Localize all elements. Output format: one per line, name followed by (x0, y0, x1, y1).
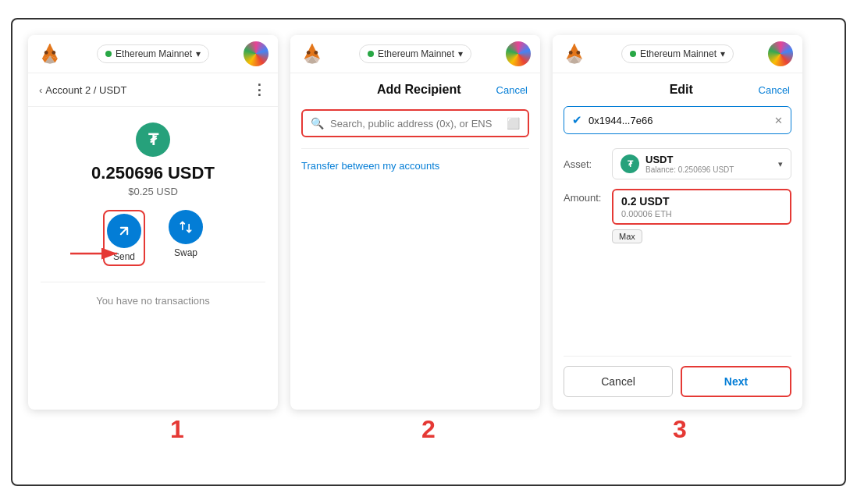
chevron-down-icon-2: ▾ (458, 48, 463, 59)
breadcrumb-text-1: Account 2 / USDT (45, 84, 126, 96)
p1-main: ₮ 0.250696 USDT $0.25 USD Send (28, 107, 278, 322)
asset-row: Asset: ₮ USDT Balance: 0.250696 USDT ▾ (553, 144, 802, 184)
p3-header: Edit Cancel (553, 73, 802, 103)
svg-point-16 (307, 51, 311, 55)
p3-spacer (553, 248, 802, 356)
p1-divider (41, 282, 265, 282)
search-input-2[interactable] (330, 118, 500, 130)
amount-group: 0.2 USDT 0.00006 ETH Max (612, 189, 791, 243)
network-label-3: Ethereum Mainnet (640, 48, 717, 59)
avatar-2[interactable] (506, 41, 531, 66)
transfer-link[interactable]: Transfer between my accounts (290, 149, 540, 183)
mm-header-3: Ethereum Mainnet ▾ (553, 35, 802, 73)
token-icon-1: ₮ (136, 122, 170, 157)
p3-title: Edit (604, 83, 759, 97)
network-selector-1[interactable]: Ethereum Mainnet ▾ (97, 44, 209, 63)
check-icon: ✔ (572, 113, 582, 127)
amount-value: 0.2 USDT (621, 195, 782, 208)
next-button[interactable]: Next (681, 366, 791, 397)
panel-3: Ethereum Mainnet ▾ Edit Cancel ✔ 0x1944.… (553, 35, 802, 410)
network-label-1: Ethereum Mainnet (116, 48, 192, 59)
p3-cancel-top[interactable]: Cancel (759, 84, 790, 96)
svg-point-17 (314, 51, 318, 55)
p2-title: Add Recipient (342, 83, 496, 97)
breadcrumb-left-1[interactable]: ‹ Account 2 / USDT (39, 84, 126, 96)
network-dot-2 (368, 51, 374, 57)
address-row: ✔ 0x1944...7e66 ✕ (564, 106, 791, 134)
step-1-label: 1 (170, 415, 184, 444)
p2-cancel[interactable]: Cancel (496, 84, 528, 96)
mm-header-1: Ethereum Mainnet ▾ (28, 35, 278, 73)
search-icon-2: 🔍 (311, 117, 324, 130)
step-3-label: 3 (673, 415, 687, 444)
step-numbers: 1 2 3 (28, 415, 829, 444)
asset-balance: Balance: 0.250696 USDT (645, 165, 734, 174)
send-circle (107, 214, 141, 248)
p3-divider (564, 356, 791, 357)
max-button[interactable]: Max (612, 229, 642, 243)
metamask-logo-2 (300, 41, 325, 66)
network-dot-1 (105, 51, 112, 57)
metamask-logo-1 (37, 41, 62, 66)
mm-header-2: Ethereum Mainnet ▾ (290, 35, 540, 73)
amount-box: 0.2 USDT 0.00006 ETH (612, 189, 791, 225)
svg-point-8 (52, 51, 55, 55)
balance-1: 0.250696 USDT (91, 163, 215, 183)
arrow-1 (69, 244, 123, 263)
chevron-down-icon-3: ▾ (720, 48, 725, 59)
search-wrap: 🔍 ⬜ (301, 109, 529, 137)
swap-icon (178, 219, 194, 235)
avatar-1[interactable] (244, 41, 268, 66)
cancel-button-3[interactable]: Cancel (564, 366, 673, 397)
p3-btn-row: Cancel Next (553, 366, 802, 410)
panels-row: Ethereum Mainnet ▾ ‹ Account 2 / USDT ⋮ … (28, 35, 829, 456)
asset-name: USDT (645, 154, 734, 165)
scan-icon[interactable]: ⬜ (507, 117, 520, 130)
asset-info: USDT Balance: 0.250696 USDT (645, 154, 734, 174)
address-text: 0x1944...7e66 (589, 115, 768, 126)
panel-1: Ethereum Mainnet ▾ ‹ Account 2 / USDT ⋮ … (28, 35, 278, 410)
step-2-label: 2 (421, 415, 436, 444)
close-icon-3[interactable]: ✕ (774, 115, 783, 126)
usdt-icon: ₮ (621, 154, 639, 173)
network-selector-3[interactable]: Ethereum Mainnet ▾ (621, 44, 734, 63)
amount-row: Amount: 0.2 USDT 0.00006 ETH Max (553, 184, 802, 248)
asset-selector[interactable]: ₮ USDT Balance: 0.250696 USDT ▾ (612, 148, 791, 179)
network-dot-3 (630, 51, 636, 57)
network-label-2: Ethereum Mainnet (378, 48, 454, 59)
p2-header: Add Recipient Cancel (290, 73, 540, 103)
send-icon (116, 223, 132, 239)
outer-border: Ethereum Mainnet ▾ ‹ Account 2 / USDT ⋮ … (11, 18, 846, 486)
asset-label: Asset: (564, 158, 604, 170)
no-transactions-text: You have no transactions (96, 295, 210, 307)
network-selector-2[interactable]: Ethereum Mainnet ▾ (359, 44, 471, 63)
svg-point-7 (44, 51, 48, 55)
amount-label: Amount: (564, 189, 604, 204)
svg-point-23 (569, 51, 573, 55)
swap-circle (169, 210, 203, 244)
chevron-down-icon-1: ▾ (196, 48, 201, 59)
amount-eth: 0.00006 ETH (621, 209, 782, 218)
red-arrow-1 (69, 244, 123, 263)
swap-label-1: Swap (174, 247, 197, 258)
asset-chevron-down: ▾ (778, 159, 783, 169)
panel-2: Ethereum Mainnet ▾ Add Recipient Cancel … (290, 35, 540, 410)
back-chevron-1: ‹ (39, 84, 42, 96)
more-options-1[interactable]: ⋮ (252, 81, 267, 98)
metamask-logo-3 (562, 41, 587, 66)
usd-balance-1: $0.25 USD (128, 186, 178, 197)
avatar-3[interactable] (768, 41, 793, 66)
svg-point-24 (576, 51, 580, 55)
breadcrumb-1: ‹ Account 2 / USDT ⋮ (28, 73, 278, 107)
swap-button[interactable]: Swap (169, 210, 203, 266)
